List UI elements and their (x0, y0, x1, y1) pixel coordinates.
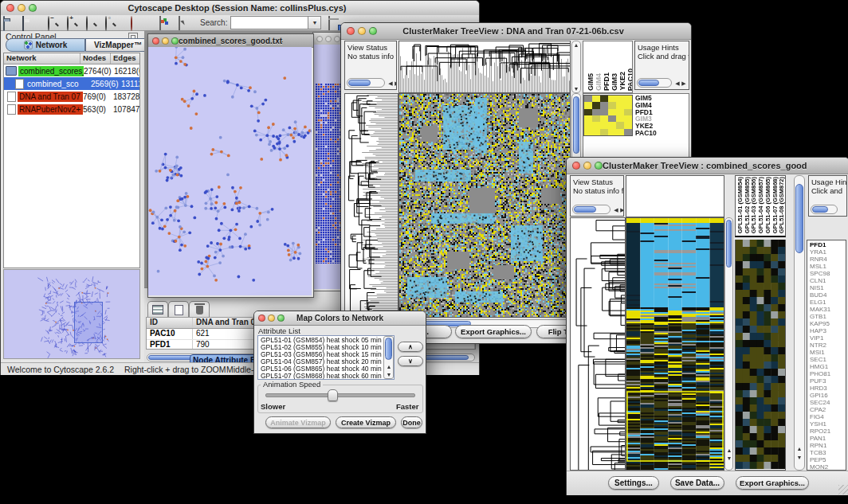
animation-speed-slider-thumb[interactable] (328, 389, 338, 401)
scroll-up-icon[interactable]: ▲ (385, 363, 393, 370)
animation-speed-slider-track[interactable] (265, 393, 415, 397)
minimize-button[interactable] (358, 27, 366, 35)
move-up-button[interactable]: ∧ (398, 342, 423, 352)
annotation-icon[interactable] (179, 17, 193, 29)
matrix-cell[interactable] (600, 102, 608, 108)
zoom-button[interactable] (171, 37, 179, 45)
matrix-cell[interactable] (624, 115, 632, 122)
matrix-cell[interactable] (584, 102, 592, 108)
move-down-button[interactable]: ∨ (398, 356, 423, 366)
help-lifesaver-icon[interactable] (131, 17, 145, 29)
matrix-cell[interactable] (616, 129, 624, 135)
matrix-cell[interactable] (600, 129, 608, 135)
zoom-button[interactable] (29, 4, 37, 12)
matrix-cell[interactable] (584, 96, 592, 102)
minimize-button[interactable] (18, 4, 26, 12)
matrix-cell[interactable] (608, 102, 616, 108)
zoom-fit-icon[interactable] (86, 17, 100, 29)
close-button[interactable] (316, 36, 323, 42)
tv2-vscrollbar[interactable]: ▲ ▼ (724, 217, 733, 471)
search-dropdown-icon[interactable]: ▼ (308, 16, 321, 29)
save-data-button[interactable]: Save Data... (670, 476, 724, 490)
matrix-cell[interactable] (616, 109, 624, 115)
matrix-cell[interactable] (624, 96, 632, 102)
matrix-cell[interactable] (608, 96, 616, 102)
scroll-down-icon[interactable]: ▼ (795, 454, 803, 461)
zoom-out-icon[interactable]: − (48, 17, 62, 29)
matrix-cell[interactable] (600, 122, 608, 128)
attribute-list-item[interactable]: GPL51-07 (GSM868) heat shock 60 min (261, 373, 394, 380)
matrix-cell[interactable] (584, 115, 592, 122)
data-panel-trash-icon[interactable] (189, 301, 210, 318)
tab-network[interactable]: Network (6, 38, 85, 52)
create-vizmap-button[interactable]: Create Vizmap (336, 416, 396, 428)
tv2-hints-hscrollbar[interactable] (811, 205, 838, 214)
network-overview-canvas[interactable] (4, 270, 139, 358)
matrix-cell[interactable] (600, 96, 608, 102)
tv1-top-vscrollbar[interactable]: ▲▼ (571, 41, 581, 93)
network-row[interactable]: DNA and Tran 07769(0)183728(0) (4, 90, 139, 103)
zoom-in-icon[interactable]: + (67, 17, 81, 29)
network-view-canvas[interactable] (148, 47, 312, 295)
data-panel-new-doc-icon[interactable] (168, 301, 189, 318)
matrix-cell[interactable] (584, 122, 592, 128)
tv2-status-hscrollbar[interactable] (572, 205, 610, 214)
scroll-down-icon[interactable]: ▼ (725, 455, 733, 462)
matrix-cell[interactable] (616, 96, 624, 102)
minimize-button[interactable] (162, 37, 169, 45)
matrix-cell[interactable] (592, 115, 600, 122)
tv1-hints-hscrollbar[interactable] (637, 78, 672, 88)
tv1-status-hscrollbar[interactable] (347, 78, 385, 88)
matrix-cell[interactable] (584, 129, 592, 135)
matrix-cell[interactable] (616, 102, 624, 108)
tv2-right-vscrollbar[interactable]: ▲ ▼ (794, 175, 805, 471)
network-row[interactable]: combined_scores_2764(0)16218(0) (4, 64, 139, 77)
network-row[interactable]: RNAPuberNov2+563(0)107847(0) (4, 103, 139, 115)
vizmapper-icon[interactable] (159, 17, 174, 29)
matrix-cell[interactable] (584, 109, 592, 115)
matrix-cell[interactable] (624, 129, 632, 135)
open-folder-icon[interactable] (3, 17, 18, 29)
dense-network-canvas[interactable] (316, 84, 341, 264)
minimize-button[interactable] (583, 162, 591, 170)
matrix-cell[interactable] (624, 122, 632, 128)
matrix-cell[interactable] (592, 96, 600, 102)
minimize-button[interactable] (325, 36, 332, 42)
resize-grip[interactable] (838, 485, 848, 494)
network-view-2[interactable] (313, 45, 342, 289)
matrix-cell[interactable] (608, 109, 616, 115)
scroll-up-icon[interactable]: ▲ (795, 445, 803, 452)
network-row[interactable]: combined_sco2569(6)13112(15) (4, 77, 139, 90)
tab-vizmapper[interactable]: VizMapper™ (85, 38, 151, 52)
zoom-button[interactable] (277, 315, 285, 322)
matrix-cell[interactable] (592, 122, 600, 128)
scroll-right-icon[interactable]: ▶ (618, 206, 624, 213)
attribute-list-scrollbar[interactable]: ▲ ▼ (383, 336, 394, 379)
matrix-cell[interactable] (616, 122, 624, 128)
export-graphics-button[interactable]: Export Graphics... (736, 476, 809, 490)
matrix-cell[interactable] (592, 102, 600, 108)
done-button[interactable]: Done (401, 416, 422, 428)
matrix-cell[interactable] (608, 129, 616, 135)
minimize-button[interactable] (268, 315, 275, 322)
matrix-cell[interactable] (624, 102, 632, 108)
search-input[interactable] (230, 16, 308, 29)
zoom-button[interactable] (334, 36, 340, 42)
matrix-cell[interactable] (592, 129, 600, 135)
data-panel-table-icon[interactable] (147, 301, 168, 318)
zoom-button[interactable] (595, 162, 603, 170)
close-button[interactable] (347, 27, 355, 35)
matrix-cell[interactable] (608, 115, 616, 122)
zoom-button[interactable] (369, 27, 377, 35)
scroll-right-icon[interactable]: ▶ (393, 80, 397, 87)
scroll-right-icon[interactable]: ▶ (680, 80, 688, 87)
tv2-heatmap-canvas[interactable] (626, 218, 724, 470)
tv1-zoom-matrix[interactable] (583, 95, 633, 136)
scroll-down-icon[interactable]: ▼ (385, 371, 393, 378)
matrix-cell[interactable] (592, 109, 600, 115)
close-button[interactable] (258, 315, 265, 322)
zoom-selected-icon[interactable]: ▫ (105, 17, 120, 29)
tv1-heatmap-canvas[interactable] (399, 94, 570, 317)
save-icon[interactable] (22, 17, 37, 29)
tv1-column-dendrogram[interactable] (399, 41, 570, 92)
